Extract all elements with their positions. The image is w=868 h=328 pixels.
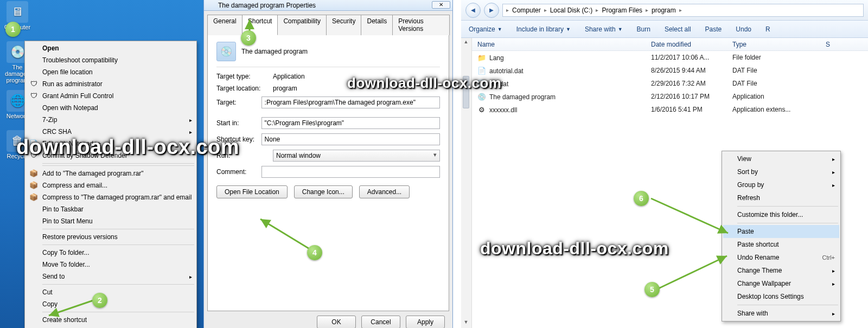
cancel-button[interactable]: Cancel (361, 316, 400, 328)
cmd-organize[interactable]: Organize▼ (469, 25, 502, 33)
marker-6: 6 (634, 191, 649, 206)
ctx-item[interactable]: Restore previous versions (26, 231, 195, 243)
target-input[interactable] (261, 97, 440, 108)
watermark: download-dll-ocx.com (347, 75, 501, 92)
file-icon: 📁 (477, 53, 486, 62)
ectx-item[interactable]: Change Wallpaper▸ (723, 277, 839, 290)
ectx-item[interactable]: Customize this folder... (723, 208, 839, 221)
ctx-item[interactable]: Troubleshoot compatibility (26, 54, 195, 66)
file-row[interactable]: 📄file.dat2/29/2016 7:32 AMDAT File (472, 77, 868, 90)
breadcrumb[interactable]: ▸Computer▸Local Disk (C:)▸Program Files▸… (502, 4, 864, 17)
scroll-down-icon[interactable]: ▼ (463, 319, 469, 327)
ctx-item[interactable]: Open (26, 42, 195, 54)
scroll-up-icon[interactable]: ▲ (463, 39, 469, 47)
open-file-location-button[interactable]: Open File Location (216, 185, 288, 198)
ectx-item[interactable]: Desktop Icons Settings (723, 290, 839, 303)
marker-2: 2 (92, 293, 107, 308)
tab-security[interactable]: Security (326, 15, 361, 35)
ctx-item[interactable]: Add to "The damaged program.rar"📦 (26, 168, 195, 179)
ctx-item[interactable]: Grant Admin Full Control🛡 (26, 90, 195, 102)
ok-button[interactable]: OK (317, 316, 356, 328)
ectx-item[interactable]: Sort by▸ (723, 165, 839, 178)
file-list: 📁Lang11/2/2017 10:06 A...File folder📄aut… (472, 51, 868, 116)
breadcrumb-seg[interactable]: Local Disk (C:) (549, 7, 594, 14)
file-row[interactable]: 📁Lang11/2/2017 10:06 A...File folder (472, 51, 868, 64)
ectx-item[interactable]: Paste (723, 225, 839, 238)
menu-icon: 📦 (29, 193, 38, 202)
ctx-item[interactable]: Run as administrator🛡 (26, 78, 195, 90)
advanced-button[interactable]: Advanced... (359, 185, 410, 198)
ctx-item[interactable]: 7-Zip▸ (26, 114, 195, 126)
ctx-item[interactable]: Open file location (26, 66, 195, 78)
ctx-item[interactable]: Pin to Taskbar (26, 203, 195, 215)
breadcrumb-seg[interactable]: Computer (511, 7, 542, 14)
tab-previous-versions[interactable]: Previous Versions (392, 15, 450, 35)
explorer-navbar: ◄ ► ▸Computer▸Local Disk (C:)▸Program Fi… (461, 0, 868, 21)
ctx-item[interactable]: Copy (26, 298, 195, 310)
ctx-item[interactable]: Open with Notepad (26, 102, 195, 114)
col-type[interactable]: Type (727, 41, 803, 48)
ectx-item[interactable]: Undo RenameCtrl+ (723, 251, 839, 264)
chevron-right-icon: ▸ (189, 274, 192, 280)
forward-button[interactable]: ► (484, 3, 499, 18)
ctx-item[interactable]: Compress to "The damaged program.rar" an… (26, 191, 195, 203)
tab-general[interactable]: General (207, 15, 242, 35)
file-row[interactable]: 📄autotrial.dat8/26/2015 9:44 AMDAT File (472, 64, 868, 77)
ctx-item[interactable]: Move To folder... (26, 259, 195, 271)
close-button[interactable]: ✕ (432, 1, 450, 9)
ectx-item[interactable]: View▸ (723, 152, 839, 165)
computer-icon: 🖥 (7, 1, 28, 23)
cmd-redo[interactable]: R (765, 25, 770, 33)
desktop-context-menu[interactable]: OpenTroubleshoot compatibilityOpen file … (24, 41, 197, 328)
tab-details[interactable]: Details (361, 15, 393, 35)
chevron-right-icon: ▸ (832, 182, 835, 188)
back-button[interactable]: ◄ (465, 3, 481, 18)
watermark: download-dll-ocx.com (16, 136, 239, 159)
cmd-include[interactable]: Include in library▼ (516, 25, 571, 33)
cmd-select-all[interactable]: Select all (665, 25, 691, 33)
ctx-item[interactable]: Create shortcut (26, 314, 195, 326)
cmd-undo[interactable]: Undo (736, 25, 751, 33)
col-name[interactable]: Name (472, 41, 646, 48)
run-dropdown[interactable]: Normal window (273, 150, 440, 162)
marker-1: 1 (5, 22, 21, 37)
marker-5: 5 (644, 282, 660, 297)
ectx-item[interactable]: Share with▸ (723, 307, 839, 320)
col-date[interactable]: Date modified (646, 41, 727, 48)
dialog-titlebar[interactable]: The damaged program Properties ✕ (204, 0, 452, 11)
label-target: Target: (216, 99, 261, 106)
menu-icon: 🛡 (29, 92, 38, 100)
ectx-item[interactable]: Refresh (723, 191, 839, 204)
chevron-right-icon: ▸ (832, 169, 835, 175)
ctx-item[interactable]: Compress and email...📦 (26, 179, 195, 191)
ctx-item[interactable]: Delete (26, 326, 195, 328)
ectx-item[interactable]: Paste shortcut (723, 238, 839, 251)
chevron-right-icon: ▸ (189, 117, 192, 123)
cmd-burn[interactable]: Burn (637, 25, 650, 33)
ctx-item[interactable]: Pin to Start Menu (26, 215, 195, 227)
change-icon-button[interactable]: Change Icon... (294, 185, 353, 198)
ctx-item[interactable]: Cut (26, 286, 195, 298)
command-bar: Organize▼ Include in library▼ Share with… (461, 21, 868, 38)
breadcrumb-seg[interactable]: program (650, 7, 677, 14)
ctx-item[interactable]: Send to▸ (26, 271, 195, 282)
comment-input[interactable] (261, 166, 440, 178)
apply-button[interactable]: Apply (406, 316, 445, 328)
file-row[interactable]: ⚙xxxxxx.dll1/6/2016 5:41 PMApplication e… (472, 103, 868, 116)
breadcrumb-seg[interactable]: Program Files (601, 7, 643, 14)
shortcut-key-input[interactable] (261, 133, 440, 145)
ctx-item[interactable]: Copy To folder... (26, 247, 195, 259)
cmd-paste[interactable]: Paste (705, 25, 722, 33)
ectx-item[interactable]: Change Theme▸ (723, 264, 839, 277)
file-header[interactable]: Name Date modified Type S (472, 38, 868, 51)
file-row[interactable]: 💿The damaged program2/12/2016 10:17 PMAp… (472, 90, 868, 103)
tab-compatibility[interactable]: Compatibility (277, 15, 327, 35)
explorer-context-menu[interactable]: View▸Sort by▸Group by▸RefreshCustomize t… (722, 151, 841, 321)
chevron-right-icon: ▸ (832, 156, 835, 162)
start-in-input[interactable] (261, 117, 440, 129)
marker-4: 4 (307, 245, 322, 260)
program-icon: 💿 (216, 42, 236, 61)
col-size[interactable]: S (803, 41, 835, 48)
cmd-share[interactable]: Share with▼ (585, 25, 623, 33)
ectx-item[interactable]: Group by▸ (723, 178, 839, 191)
